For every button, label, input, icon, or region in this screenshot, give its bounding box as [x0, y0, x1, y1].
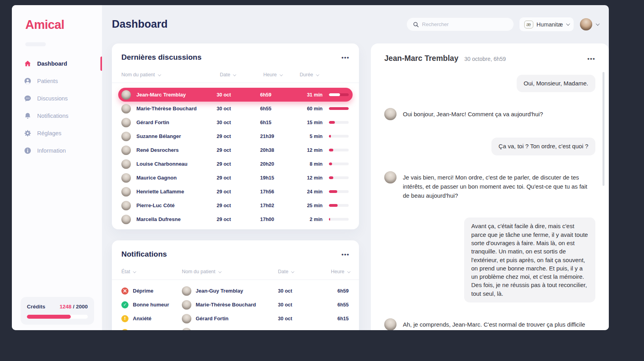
chevron-down-icon	[218, 270, 221, 273]
patient-avatar	[121, 146, 131, 155]
discussion-row[interactable]: Suzanne Bélanger 29 oct 21h39 5 min	[118, 129, 353, 143]
notifications-title: Notifications	[121, 250, 167, 259]
patient-avatar	[182, 328, 191, 331]
patient-name: Pierre-Luc Côté	[136, 202, 175, 208]
column-sort-name[interactable]: Nom du patient	[182, 269, 278, 274]
sidebar-item-label: Notifications	[37, 113, 68, 119]
notification-row[interactable]: Bonne humeur Marie-Thérèse Bouchard 30 o…	[121, 298, 349, 312]
duration-bar-fill	[329, 218, 330, 221]
user-icon	[24, 77, 31, 85]
duration-bar-fill	[329, 149, 333, 151]
column-sort-time[interactable]: Heure	[263, 72, 300, 77]
chat-icon	[24, 95, 31, 102]
duration-bar	[329, 121, 349, 124]
discussion-duration: 12 min	[297, 147, 323, 153]
column-sort-status[interactable]: État	[121, 269, 182, 274]
status-icon	[121, 315, 128, 322]
status-icon	[121, 329, 128, 331]
duration-bar	[329, 190, 349, 193]
chat-scrollbar[interactable]	[602, 72, 604, 186]
patient-name: Gérard Fortin	[136, 119, 169, 125]
chevron-down-icon	[233, 73, 236, 76]
discussion-duration: 8 min	[297, 161, 323, 167]
discussion-date: 29 oct	[217, 161, 260, 167]
status-label: Bonne humeur	[133, 302, 169, 308]
sidebar-item-patients[interactable]: Patients	[12, 72, 102, 90]
duration-bar	[329, 149, 349, 151]
chevron-down-icon	[316, 73, 319, 76]
search-bar[interactable]	[406, 17, 514, 31]
notifications-list: Déprime Jean-Guy Tremblay 30 oct 6h59	[121, 284, 349, 330]
left-column: Dernières discussions ••• Nom du patient…	[112, 43, 359, 330]
discussion-row[interactable]: Pierre-Luc Côté 29 oct 17h02 25 min	[118, 198, 353, 212]
discussion-row[interactable]: Henriette Laflamme 29 oct 17h56 24 min	[118, 185, 353, 198]
notification-date: 29 oct	[278, 330, 322, 331]
bell-icon	[24, 112, 31, 119]
discussion-row[interactable]: Jean-Marc Tremblay 30 oct 6h59 31 min	[118, 88, 353, 102]
chevron-down-icon	[158, 73, 161, 76]
duration-bar-fill	[329, 190, 337, 193]
sidebar-item-label: Patients	[37, 78, 58, 84]
assistant-avatar	[384, 318, 397, 330]
column-sort-date[interactable]: Date	[220, 72, 263, 77]
discussion-time: 17h56	[260, 189, 297, 195]
sidebar-item-settings[interactable]: Réglages	[12, 125, 102, 142]
sidebar-item-information[interactable]: Information	[12, 142, 102, 159]
discussion-date: 29 oct	[217, 217, 260, 222]
message-text: Ça va, toi ? Ton ordre, c'est quoi ?	[491, 138, 595, 155]
message-text: Oui, Monsieur, Madame.	[517, 75, 595, 92]
notifications-card: Notifications ••• État Nom du patient Da…	[112, 240, 359, 330]
status-icon	[121, 287, 128, 295]
more-menu-icon[interactable]: •••	[342, 55, 349, 60]
patient-name: Louise Charbonneau	[136, 161, 187, 167]
credits-card: Crédits 1248 / 2000	[21, 297, 94, 325]
discussion-row[interactable]: Gérard Fortin 30 oct 6h15 15 min	[118, 115, 353, 129]
language-label: Humanitæ	[536, 21, 563, 28]
search-input[interactable]	[422, 21, 507, 27]
discussion-date: 29 oct	[217, 175, 260, 181]
notifications-column-headers: État Nom du patient Date Heure	[112, 267, 359, 276]
patient-name: Jean-Marc Tremblay	[136, 92, 186, 98]
user-avatar	[580, 18, 592, 30]
discussion-duration: 31 min	[297, 92, 323, 98]
language-selector[interactable]: æ Humanitæ	[519, 17, 574, 31]
discussion-time: 6h55	[260, 106, 297, 112]
credits-progress-fill	[27, 315, 71, 319]
patient-avatar	[121, 132, 131, 141]
patient-avatar	[182, 286, 191, 296]
sidebar-item-discussions[interactable]: Discussions	[12, 90, 102, 107]
column-sort-name[interactable]: Nom du patient	[121, 72, 220, 77]
duration-bar	[329, 204, 349, 207]
discussion-row[interactable]: Louise Charbonneau 29 oct 20h20 8 min	[118, 157, 353, 171]
more-menu-icon[interactable]: •••	[587, 56, 595, 62]
notification-row[interactable]: Anxiété Suzanne Bélanger 29 oct 21h39	[121, 325, 349, 330]
discussion-time: 20h38	[260, 147, 297, 153]
discussion-row[interactable]: René Desrochers 29 oct 20h38 12 min	[118, 143, 353, 157]
status-icon	[121, 301, 128, 308]
duration-bar	[329, 93, 349, 96]
chat-message: Oui, Monsieur, Madame.	[384, 75, 595, 92]
sidebar-item-dashboard[interactable]: Dashboard	[12, 55, 102, 72]
ae-badge-icon: æ	[524, 21, 534, 28]
sidebar: Amical Dashboard Patients Discussions No…	[12, 5, 102, 330]
discussion-time: 20h20	[260, 161, 297, 167]
gear-icon	[24, 130, 31, 137]
message-text: Je vais bien, merci! Mon ordre, c'est de…	[403, 173, 588, 200]
notification-row[interactable]: Déprime Jean-Guy Tremblay 30 oct 6h59	[121, 284, 349, 298]
column-sort-date[interactable]: Date	[278, 269, 322, 274]
more-menu-icon[interactable]: •••	[342, 251, 349, 257]
user-menu[interactable]	[580, 18, 599, 30]
discussion-row[interactable]: Maurice Gagnon 29 oct 19h15 12 min	[118, 171, 353, 185]
notification-row[interactable]: Anxiété Gérard Fortin 30 oct 6h15	[121, 312, 349, 325]
discussion-duration: 24 min	[297, 189, 323, 195]
discussion-row[interactable]: Marie-Thérèse Bouchard 30 oct 6h55 60 mi…	[118, 102, 353, 115]
credits-value: 1248 / 2000	[60, 304, 88, 310]
discussion-time: 17h02	[260, 203, 297, 208]
status-label: Anxiété	[133, 329, 151, 330]
column-sort-time[interactable]: Heure	[322, 269, 349, 274]
assistant-avatar	[384, 108, 397, 120]
sidebar-item-notifications[interactable]: Notifications	[12, 107, 102, 125]
column-sort-duration[interactable]: Durée	[300, 72, 326, 77]
discussion-row[interactable]: Marcella Dufresne 29 oct 17h00 2 min	[118, 212, 353, 226]
duration-bar-fill	[329, 163, 332, 165]
